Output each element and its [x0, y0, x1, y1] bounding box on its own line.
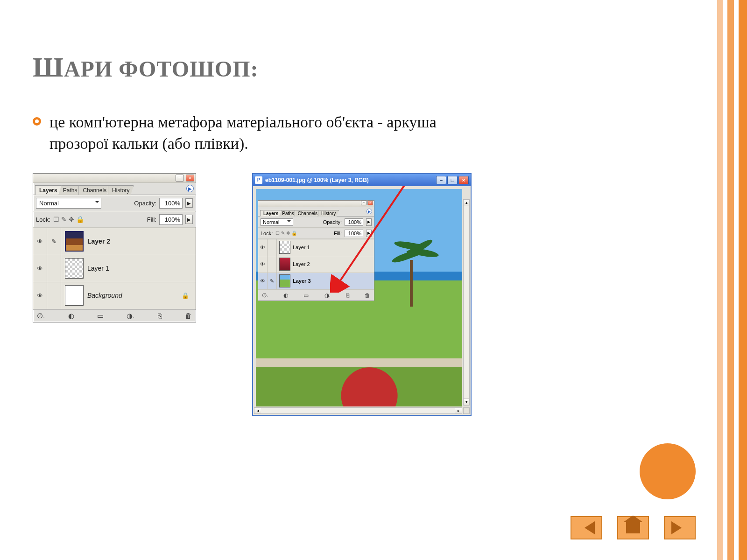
- opacity-flyout-icon[interactable]: ▶: [366, 218, 372, 226]
- layer-thumbnail[interactable]: [279, 258, 290, 271]
- tab-history[interactable]: History: [108, 185, 134, 195]
- adjustment-icon[interactable]: ◑.: [324, 292, 331, 299]
- fill-label: Fill:: [147, 216, 156, 223]
- mini-layers-toolbar: ∅. ◐ ▭ ◑. ⎘ 🗑: [258, 290, 374, 301]
- fx-icon[interactable]: ∅.: [262, 292, 268, 299]
- fill-value[interactable]: 100%: [159, 214, 183, 225]
- next-slide-button[interactable]: [664, 516, 696, 539]
- minimize-button[interactable]: −: [361, 201, 366, 205]
- mask-icon[interactable]: ◐: [283, 292, 288, 299]
- trash-icon[interactable]: 🗑: [185, 312, 192, 320]
- scroll-right-icon[interactable]: ▸: [455, 408, 462, 413]
- layer-row-selected[interactable]: 👁 ✎ Layer 3: [258, 273, 374, 290]
- brush-link-icon[interactable]: ✎: [268, 273, 277, 289]
- document-titlebar[interactable]: P eb1109-001.jpg @ 100% (Layer 3, RGB) –…: [253, 174, 471, 186]
- visibility-toggle-icon[interactable]: 👁: [258, 256, 268, 273]
- layer-row[interactable]: 👁 Layer 2: [258, 256, 374, 273]
- prev-slide-button[interactable]: [571, 516, 602, 539]
- horizontal-scrollbar[interactable]: ◂ ▸: [254, 407, 462, 414]
- scroll-down-icon[interactable]: ▾: [464, 399, 469, 405]
- close-button[interactable]: ×: [186, 175, 194, 182]
- fx-icon[interactable]: ∅.: [37, 312, 45, 320]
- fill-value[interactable]: 100%: [345, 230, 363, 237]
- arrow-left-icon: [578, 521, 595, 534]
- home-slide-button[interactable]: [617, 516, 649, 539]
- resize-handle-icon[interactable]: [463, 407, 470, 414]
- brush-link-icon[interactable]: ✎: [47, 228, 61, 255]
- brush-link-icon[interactable]: [47, 255, 61, 282]
- mask-icon[interactable]: ◐: [68, 312, 74, 320]
- opacity-label: Opacity:: [323, 219, 342, 225]
- tab-layers[interactable]: Layers: [35, 185, 62, 195]
- fill-flyout-icon[interactable]: ▶: [366, 230, 372, 237]
- trash-icon[interactable]: 🗑: [365, 292, 370, 299]
- adjustment-icon[interactable]: ◑.: [127, 312, 134, 320]
- layer-thumbnail[interactable]: [65, 231, 84, 252]
- layer-thumbnail[interactable]: [279, 241, 290, 254]
- bullet-marker-icon: [33, 117, 41, 126]
- blend-mode-dropdown[interactable]: Normal: [261, 218, 293, 226]
- tab-channels[interactable]: Channels: [78, 185, 111, 195]
- tab-channels[interactable]: Channels: [295, 210, 321, 217]
- tab-layers[interactable]: Layers: [260, 210, 282, 217]
- layer-row[interactable]: 👁 Layer 1: [258, 239, 374, 256]
- layer-row[interactable]: 👁 Background 🔒: [33, 282, 196, 309]
- layer-name[interactable]: Layer 2: [293, 261, 310, 267]
- lock-controls[interactable]: ☐ ✎ ✥ 🔒: [275, 231, 296, 236]
- minimize-button[interactable]: −: [176, 175, 184, 182]
- floating-layers-panel[interactable]: − × Layers Paths Channels History ▶ Norm…: [258, 200, 374, 301]
- lock-fill-row: Lock: ☐ ✎ ✥ 🔒 Fill: 100% ▶: [33, 211, 196, 228]
- new-layer-icon[interactable]: ⎘: [158, 312, 162, 320]
- opacity-label: Opacity:: [134, 200, 156, 207]
- opacity-value[interactable]: 100%: [345, 218, 363, 226]
- opacity-value[interactable]: 100%: [159, 198, 183, 209]
- lock-controls[interactable]: ☐ ✎ ✥ 🔒: [53, 216, 84, 223]
- layer-thumbnail[interactable]: [65, 258, 84, 279]
- layers-panel-left: − × Layers Paths Channels History ▶ Norm…: [33, 173, 196, 322]
- close-button[interactable]: ×: [367, 201, 373, 205]
- mini-panel-titlebar: − ×: [258, 201, 374, 207]
- scroll-up-icon[interactable]: ▴: [464, 200, 469, 206]
- visibility-toggle-icon[interactable]: 👁: [258, 239, 268, 256]
- lock-label: Lock:: [36, 216, 50, 223]
- minimize-button[interactable]: –: [436, 176, 446, 184]
- layer-name[interactable]: Background: [87, 292, 122, 299]
- layer-name[interactable]: Layer 1: [87, 265, 109, 272]
- visibility-toggle-icon[interactable]: 👁: [33, 228, 47, 255]
- scroll-left-icon[interactable]: ◂: [254, 408, 261, 413]
- layer-thumbnail[interactable]: [65, 285, 84, 306]
- visibility-toggle-icon[interactable]: 👁: [258, 273, 268, 289]
- side-decoration: [717, 0, 747, 560]
- layer-row[interactable]: 👁 Layer 1: [33, 255, 196, 282]
- fill-label: Fill:: [334, 231, 342, 236]
- new-layer-icon[interactable]: ⎘: [346, 292, 349, 299]
- tab-history[interactable]: History: [318, 210, 339, 217]
- vertical-scrollbar[interactable]: ▴ ▾: [463, 199, 470, 406]
- fill-flyout-icon[interactable]: ▶: [185, 215, 193, 224]
- document-window: P eb1109-001.jpg @ 100% (Layer 3, RGB) –…: [252, 173, 472, 416]
- layer-name[interactable]: Layer 1: [293, 245, 310, 250]
- maximize-button[interactable]: □: [447, 176, 458, 184]
- blend-mode-dropdown[interactable]: Normal: [36, 198, 101, 209]
- page-title: ШАРИ ФОТОШОП:: [33, 51, 691, 84]
- layer-row[interactable]: 👁 ✎ Layer 2: [33, 228, 196, 255]
- layer-name[interactable]: Layer 2: [87, 238, 110, 245]
- panel-menu-icon[interactable]: ▶: [366, 209, 372, 214]
- visibility-toggle-icon[interactable]: 👁: [33, 255, 47, 282]
- visibility-toggle-icon[interactable]: 👁: [33, 282, 47, 309]
- folder-icon[interactable]: ▭: [303, 292, 309, 299]
- lock-icon: 🔒: [182, 292, 189, 299]
- canvas-area[interactable]: − × Layers Paths Channels History ▶ Norm…: [253, 186, 471, 415]
- close-button[interactable]: ×: [458, 176, 469, 184]
- tab-paths[interactable]: Paths: [59, 185, 82, 195]
- folder-icon[interactable]: ▭: [97, 312, 104, 320]
- lock-label: Lock:: [261, 231, 273, 236]
- decoration-circle: [640, 443, 696, 499]
- panel-menu-icon[interactable]: ▶: [186, 185, 194, 192]
- brush-link-icon[interactable]: [47, 282, 61, 309]
- panel-tabs: Layers Paths Channels History ▶: [33, 183, 196, 195]
- app-icon: P: [255, 176, 262, 184]
- opacity-flyout-icon[interactable]: ▶: [185, 198, 193, 208]
- layer-thumbnail[interactable]: [279, 274, 290, 287]
- layer-name[interactable]: Layer 3: [293, 278, 311, 284]
